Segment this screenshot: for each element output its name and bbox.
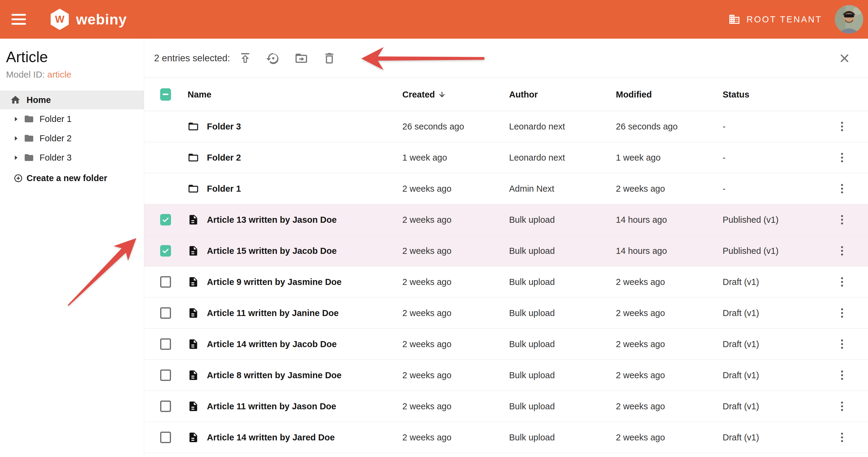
row-checkbox[interactable] — [160, 276, 171, 288]
move-button[interactable] — [294, 51, 308, 65]
folder-icon — [188, 121, 199, 132]
cell-modified: 26 seconds ago — [616, 122, 678, 132]
column-header-status[interactable]: Status — [723, 89, 749, 99]
home-icon — [10, 94, 21, 105]
menu-icon[interactable] — [11, 14, 26, 25]
row-name-label: Article 14 written by Jared Doe — [207, 433, 335, 442]
column-header-modified[interactable]: Modified — [616, 89, 652, 99]
row-menu-button[interactable] — [836, 369, 848, 381]
column-header-created[interactable]: Created — [402, 89, 446, 99]
cell-modified: 2 weeks ago — [616, 277, 665, 287]
cell-status: Draft (v1) — [723, 370, 759, 380]
document-icon — [188, 401, 199, 412]
select-all-checkbox[interactable] — [160, 88, 171, 101]
cell-modified: 2 weeks ago — [616, 370, 665, 380]
sidebar: Article Model ID: article Home Folder 1 — [0, 39, 144, 457]
move-to-folder-icon — [294, 51, 308, 65]
plus-circle-icon — [13, 174, 23, 183]
sidebar-item-folder-2[interactable]: Folder 2 — [0, 128, 144, 148]
brand-wordmark: webiny — [76, 11, 127, 28]
table-row[interactable]: Article 14 written by Jacob Doe2 weeks a… — [144, 329, 868, 360]
row-checkbox[interactable] — [160, 338, 171, 350]
publish-button[interactable] — [238, 51, 252, 65]
row-checkbox-checked[interactable] — [160, 214, 171, 226]
table-row[interactable]: Article 13 written by Jason Doe2 weeks a… — [144, 204, 868, 235]
row-name-label: Article 11 written by Jason Doe — [207, 401, 336, 411]
table-row[interactable]: Article 11 written by Jason Doe2 weeks a… — [144, 391, 868, 422]
chevron-right-icon[interactable] — [14, 116, 18, 122]
create-folder-label: Create a new folder — [27, 173, 107, 183]
table-row[interactable]: Article 8 written by Jasmine Doe2 weeks … — [144, 360, 868, 391]
document-icon — [188, 214, 199, 226]
row-menu-button[interactable] — [836, 307, 848, 319]
row-menu-button[interactable] — [836, 245, 848, 257]
row-name-label: Article 13 written by Jason Doe — [207, 215, 337, 225]
table-row[interactable]: Folder 326 seconds agoLeonardo next26 se… — [144, 111, 868, 142]
chevron-right-icon[interactable] — [14, 136, 18, 141]
folder-icon — [23, 152, 35, 163]
entry-row-name: Article 9 written by Jasmine Doe — [188, 276, 341, 288]
table-row[interactable]: Folder 12 weeks agoAdmin Next2 weeks ago… — [144, 173, 868, 204]
row-checkbox[interactable] — [160, 432, 171, 443]
table-row[interactable]: Article 15 written by Jacob Doe2 weeks a… — [144, 235, 868, 266]
row-menu-button[interactable] — [836, 338, 848, 350]
folder-row-name: Folder 2 — [188, 152, 241, 163]
cell-author: Bulk upload — [509, 277, 555, 287]
sidebar-item-folder-3[interactable]: Folder 3 — [0, 148, 144, 167]
chevron-right-icon[interactable] — [14, 155, 18, 160]
row-menu-button[interactable] — [836, 276, 848, 288]
sidebar-item-home[interactable]: Home — [0, 90, 144, 109]
model-id: Model ID: article — [6, 69, 144, 80]
row-name-label: Article 14 written by Jacob Doe — [207, 339, 337, 349]
table-row[interactable]: Article 11 written by Janine Doe2 weeks … — [144, 297, 868, 329]
row-menu-button[interactable] — [836, 431, 848, 444]
bulk-actions — [238, 51, 336, 65]
row-name-label: Folder 3 — [207, 122, 241, 132]
entry-row-name: Article 15 written by Jacob Doe — [188, 245, 337, 257]
row-name-label: Folder 1 — [207, 184, 241, 194]
webiny-hexagon-icon: W — [50, 8, 69, 30]
row-checkbox-checked[interactable] — [160, 245, 171, 257]
tenant-selector[interactable]: ROOT TENANT — [728, 13, 822, 25]
row-menu-button[interactable] — [836, 213, 848, 226]
row-checkbox[interactable] — [160, 307, 171, 319]
row-menu-button[interactable] — [836, 182, 848, 195]
cell-modified: 2 weeks ago — [616, 401, 665, 411]
user-avatar[interactable] — [835, 5, 863, 33]
column-header-author[interactable]: Author — [509, 89, 538, 99]
folder-row-name: Folder 3 — [188, 121, 241, 132]
entry-row-name: Article 14 written by Jacob Doe — [188, 338, 337, 350]
row-checkbox[interactable] — [160, 369, 171, 381]
entry-row-name: Article 14 written by Jared Doe — [188, 432, 335, 443]
cell-status: Draft (v1) — [723, 308, 759, 318]
table-row[interactable]: Article 14 written by Jared Doe2 weeks a… — [144, 422, 868, 453]
delete-icon — [322, 51, 336, 65]
webiny-logo: W webiny — [50, 8, 127, 30]
row-menu-button[interactable] — [836, 151, 848, 164]
table-row[interactable]: Folder 21 week agoLeonardo next1 week ag… — [144, 142, 868, 173]
close-selection-button[interactable] — [838, 52, 851, 65]
unpublish-button[interactable] — [266, 51, 280, 65]
folder-row-name: Folder 1 — [188, 183, 241, 194]
cell-status: - — [723, 153, 726, 163]
table-body: Folder 326 seconds agoLeonardo next26 se… — [144, 111, 868, 453]
cell-author: Bulk upload — [509, 215, 555, 225]
sidebar-item-folder-1[interactable]: Folder 1 — [0, 109, 144, 128]
create-folder-button[interactable]: Create a new folder — [0, 168, 144, 188]
cell-status: Draft (v1) — [723, 433, 759, 442]
cell-modified: 2 weeks ago — [616, 433, 665, 442]
row-menu-button[interactable] — [836, 400, 848, 412]
row-name-label: Article 9 written by Jasmine Doe — [207, 277, 341, 287]
delete-button[interactable] — [322, 51, 336, 65]
row-checkbox[interactable] — [160, 401, 171, 412]
column-header-name[interactable]: Name — [188, 89, 211, 99]
publish-icon — [238, 51, 252, 65]
cell-author: Bulk upload — [509, 246, 555, 256]
model-id-value[interactable]: article — [48, 69, 71, 79]
table-row[interactable]: Article 9 written by Jasmine Doe2 weeks … — [144, 266, 868, 297]
app-bar: W webiny ROOT TENANT — [0, 0, 868, 39]
cell-author: Leonardo next — [509, 122, 565, 132]
cell-status: Published (v1) — [723, 215, 778, 225]
row-menu-button[interactable] — [836, 120, 848, 133]
table-header: Name Created Author Modified Status — [144, 78, 868, 111]
